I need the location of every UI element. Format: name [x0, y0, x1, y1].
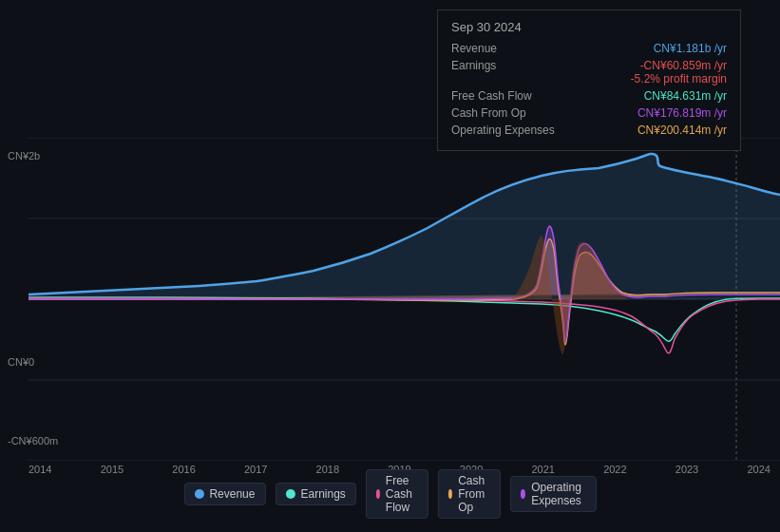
chart-container: Sep 30 2024 Revenue CN¥1.181b /yr Earnin…: [0, 0, 780, 532]
chart-legend: Revenue Earnings Free Cash Flow Cash Fro…: [183, 469, 596, 519]
tooltip-date: Sep 30 2024: [451, 20, 727, 34]
opex-value: CN¥200.414m /yr: [637, 124, 727, 137]
legend-dot-opex: [521, 489, 525, 499]
cashfromop-label: Cash From Op: [451, 106, 565, 120]
x-label-2024: 2024: [747, 464, 770, 475]
legend-label-cashfromop: Cash From Op: [458, 474, 490, 514]
tooltip-cashfromop: Cash From Op CN¥176.819m /yr: [451, 106, 727, 120]
fcf-value: CN¥84.631m /yr: [644, 89, 727, 103]
revenue-label: Revenue: [451, 42, 565, 55]
legend-earnings[interactable]: Earnings: [275, 483, 355, 505]
legend-opex[interactable]: Operating Expenses: [510, 476, 597, 512]
legend-dot-revenue: [194, 489, 203, 499]
tooltip-opex: Operating Expenses CN¥200.414m /yr: [451, 124, 727, 137]
legend-dot-earnings: [285, 489, 295, 499]
tooltip-fcf: Free Cash Flow CN¥84.631m /yr: [451, 89, 727, 103]
tooltip-box: Sep 30 2024 Revenue CN¥1.181b /yr Earnin…: [437, 10, 741, 151]
earnings-value: -CN¥60.859m /yr: [640, 59, 727, 72]
earnings-label: Earnings: [451, 59, 565, 72]
legend-label-opex: Operating Expenses: [531, 481, 585, 507]
legend-dot-fcf: [376, 489, 380, 499]
x-label-2014: 2014: [29, 464, 51, 475]
x-label-2015: 2015: [101, 464, 124, 475]
legend-cashfromop[interactable]: Cash From Op: [438, 469, 501, 519]
legend-dot-cashfromop: [448, 489, 452, 499]
fcf-label: Free Cash Flow: [451, 89, 565, 103]
tooltip-revenue: Revenue CN¥1.181b /yr: [451, 42, 727, 55]
x-label-2022: 2022: [603, 464, 626, 475]
cashfromop-value: CN¥176.819m /yr: [637, 106, 727, 120]
legend-revenue[interactable]: Revenue: [183, 483, 265, 505]
legend-label-fcf: Free Cash Flow: [386, 474, 418, 514]
x-label-2023: 2023: [675, 464, 698, 475]
opex-label: Operating Expenses: [451, 124, 565, 137]
legend-label-revenue: Revenue: [209, 487, 255, 501]
legend-label-earnings: Earnings: [300, 487, 345, 501]
chart-svg: [29, 138, 780, 461]
revenue-value: CN¥1.181b /yr: [654, 42, 727, 55]
tooltip-earnings: Earnings -CN¥60.859m /yr -5.2% profit ma…: [451, 59, 727, 86]
legend-fcf[interactable]: Free Cash Flow: [366, 469, 428, 519]
profit-margin-value: -5.2% profit margin: [631, 72, 727, 86]
